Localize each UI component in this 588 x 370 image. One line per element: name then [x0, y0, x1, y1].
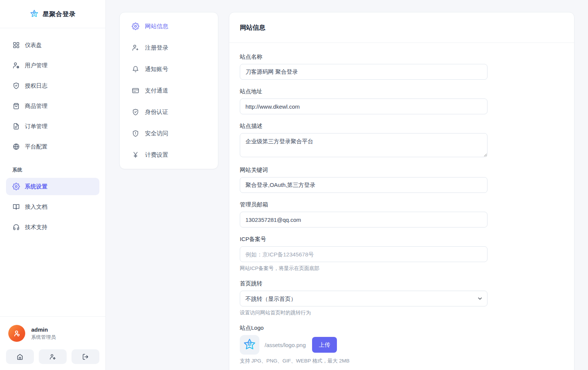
- settings-nav-secure-access[interactable]: 安全访问: [126, 126, 212, 141]
- sidebar-footer: admin 系统管理员: [0, 316, 105, 370]
- field-site-logo: 站点Logo /assets/logo.png 上传: [240, 325, 564, 364]
- sidebar-item-label: 平台配置: [25, 143, 47, 150]
- sidebar-item-dashboard[interactable]: 仪表盘: [6, 36, 99, 54]
- settings-nav-site-info[interactable]: 网站信息: [126, 18, 212, 34]
- icp-label: ICP备案号: [240, 236, 564, 243]
- panel-header: 网站信息: [229, 12, 574, 43]
- sidebar-section-label: 系统: [6, 158, 99, 178]
- settings-nav-label: 注册登录: [145, 44, 168, 52]
- home-redirect-select[interactable]: 不跳转（显示首页）: [240, 291, 487, 306]
- icp-input[interactable]: [240, 246, 487, 262]
- sidebar-item-products[interactable]: 商品管理: [6, 97, 99, 115]
- icp-help: 网站ICP备案号，将显示在页面底部: [240, 265, 564, 272]
- site-logo-upload-button[interactable]: 上传: [312, 337, 337, 353]
- sidebar-item-platform-config[interactable]: 平台配置: [6, 138, 99, 155]
- sidebar-item-system-settings[interactable]: 系统设置: [6, 178, 99, 195]
- sidebar-item-auth-logs[interactable]: 授权日志: [6, 77, 99, 94]
- gear-icon: [12, 183, 20, 190]
- book-open-icon: [12, 203, 20, 211]
- profile-button[interactable]: [39, 349, 67, 364]
- settings-nav-label: 计费设置: [145, 151, 168, 159]
- home-redirect-label: 首页跳转: [240, 280, 564, 287]
- sidebar-item-orders[interactable]: 订单管理: [6, 118, 99, 135]
- site-name-input[interactable]: [240, 64, 487, 80]
- credit-card-icon: [132, 87, 139, 94]
- user-gear-icon: [12, 62, 20, 69]
- sidebar-item-label: 技术支持: [25, 224, 47, 231]
- brand: 星聚合登录: [0, 0, 105, 28]
- settings-nav-label: 身份认证: [145, 108, 168, 116]
- sidebar-item-users[interactable]: 用户管理: [6, 57, 99, 74]
- globe-icon: [12, 143, 20, 150]
- site-info-panel: 网站信息 站点名称 站点地址 站点描述 企业级第三方登录聚合平台 网站关键词 管…: [229, 12, 574, 370]
- sidebar-item-label: 接入文档: [25, 203, 47, 211]
- field-site-name: 站点名称: [240, 53, 564, 80]
- settings-nav-identity-auth[interactable]: 身份认证: [126, 104, 212, 120]
- sidebar-item-label: 系统设置: [25, 183, 47, 190]
- star-logo-icon: [30, 9, 39, 18]
- content-area: 网站信息 注册登录 通知账号: [106, 0, 588, 370]
- settings-nav-label: 通知账号: [145, 65, 168, 73]
- admin-email-label: 管理员邮箱: [240, 201, 564, 208]
- site-logo-help: 支持 JPG、PNG、GIF、WEBP 格式，最大 2MB: [240, 358, 564, 364]
- panel-body: 站点名称 站点地址 站点描述 企业级第三方登录聚合平台 网站关键词 管理员邮箱 …: [229, 43, 574, 370]
- settings-nav-register-login[interactable]: 注册登录: [126, 40, 212, 56]
- shield-check-icon: [132, 108, 139, 116]
- site-desc-label: 站点描述: [240, 123, 564, 130]
- site-logo-label: 站点Logo: [240, 325, 564, 332]
- home-redirect-help: 设置访问网站首页时的跳转行为: [240, 309, 564, 316]
- shield-alert-icon: [132, 130, 139, 137]
- settings-nav-payment-channels[interactable]: 支付通道: [126, 83, 212, 99]
- settings-nav-label: 安全访问: [145, 130, 168, 138]
- site-keywords-input[interactable]: [240, 177, 487, 193]
- site-logo-path: /assets/logo.png: [265, 342, 307, 348]
- settings-nav-label: 网站信息: [145, 23, 168, 30]
- sidebar-item-support[interactable]: 技术支持: [6, 218, 99, 236]
- site-url-label: 站点地址: [240, 88, 564, 95]
- sidebar: 星聚合登录 仪表盘 用户管理: [0, 0, 106, 370]
- settings-nav-notify-accounts[interactable]: 通知账号: [126, 61, 212, 77]
- site-desc-textarea[interactable]: 企业级第三方登录聚合平台: [240, 133, 487, 157]
- field-site-desc: 站点描述 企业级第三方登录聚合平台: [240, 123, 564, 158]
- site-url-input[interactable]: [240, 99, 487, 114]
- panel-title: 网站信息: [240, 23, 265, 32]
- home-redirect-select-wrap: 不跳转（显示首页）: [240, 291, 487, 306]
- user-text: admin 系统管理员: [31, 326, 56, 341]
- user-name: admin: [31, 326, 56, 333]
- dashboard-grid-icon: [12, 41, 20, 49]
- home-button[interactable]: [6, 349, 34, 364]
- sidebar-item-docs[interactable]: 接入文档: [6, 198, 99, 215]
- field-admin-email: 管理员邮箱: [240, 201, 564, 227]
- user-plus-icon: [132, 44, 139, 52]
- app-title: 星聚合登录: [43, 10, 76, 18]
- logout-icon: [82, 353, 89, 360]
- yen-icon: [132, 151, 139, 159]
- sidebar-item-label: 商品管理: [25, 103, 47, 110]
- footer-actions: [6, 349, 99, 364]
- sidebar-item-label: 仪表盘: [25, 42, 42, 49]
- field-site-keywords: 网站关键词: [240, 167, 564, 193]
- site-keywords-label: 网站关键词: [240, 167, 564, 174]
- sidebar-item-label: 用户管理: [25, 62, 47, 69]
- file-document-icon: [12, 123, 20, 130]
- sidebar-item-label: 授权日志: [25, 82, 47, 89]
- user-role: 系统管理员: [31, 334, 56, 341]
- gear-icon: [132, 23, 139, 30]
- user-gear-icon: [49, 353, 56, 360]
- home-icon: [17, 353, 23, 360]
- shield-check-icon: [12, 82, 20, 89]
- site-name-label: 站点名称: [240, 53, 564, 61]
- settings-nav-label: 支付通道: [145, 87, 168, 95]
- user-info: admin 系统管理员: [6, 325, 99, 342]
- headphones-icon: [12, 223, 20, 231]
- logout-button[interactable]: [72, 349, 99, 364]
- admin-email-input[interactable]: [240, 212, 487, 227]
- bell-icon: [132, 65, 139, 73]
- site-logo-upload-row: /assets/logo.png 上传: [240, 335, 564, 355]
- avatar: [8, 325, 25, 342]
- field-home-redirect: 首页跳转 不跳转（显示首页） 设置访问网站首页时的跳转行为: [240, 280, 564, 316]
- sidebar-item-label: 订单管理: [25, 123, 47, 130]
- field-site-url: 站点地址: [240, 88, 564, 114]
- settings-nav-billing[interactable]: 计费设置: [126, 147, 212, 163]
- shopping-bag-icon: [12, 102, 20, 110]
